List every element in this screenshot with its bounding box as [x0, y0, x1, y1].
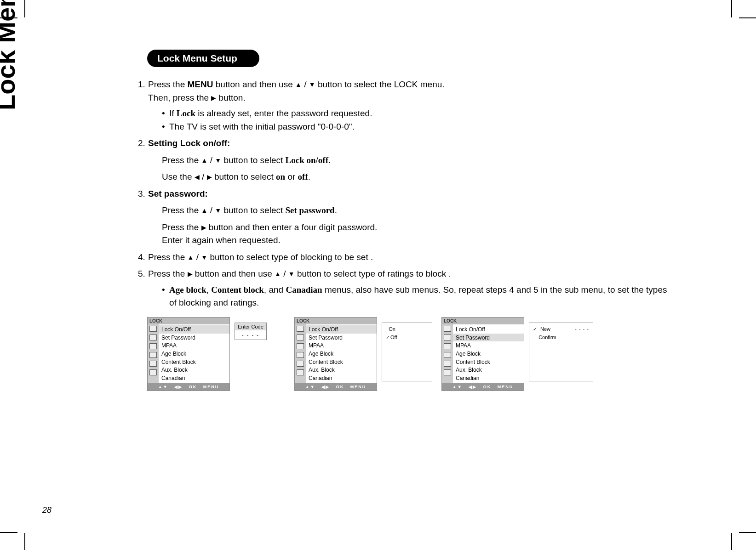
right-triangle-icon: ▶ — [211, 93, 216, 103]
text: / — [302, 79, 309, 89]
lock-icon — [149, 369, 157, 375]
bullet-text: Age block, Content block, and Canadian m… — [169, 284, 671, 310]
antenna-icon — [444, 343, 451, 349]
crop-mark — [731, 533, 732, 550]
osd-item: Aux. Block — [161, 366, 227, 374]
lock-icon — [444, 369, 451, 375]
step-body: Set password: Press the ▲ / ▼ button to … — [148, 187, 671, 247]
left-triangle-icon: ◀ — [195, 172, 200, 182]
checkmark-icon — [386, 335, 390, 340]
osd-menu-box: LOCK Lock On/Off Set Password MPAA Age B… — [147, 317, 230, 391]
enter-code-value: - - - - — [235, 330, 266, 340]
osd-menu-box: LOCK Lock On/Off Set Password MPAA Age B… — [294, 317, 377, 391]
gear-icon — [297, 361, 304, 367]
tv-icon — [297, 326, 304, 332]
line: Use the ◀ / ▶ button to select on or off… — [162, 170, 671, 184]
content-block-bold: Content block — [211, 285, 264, 295]
text: Then, press the — [148, 93, 211, 102]
option-on: On — [386, 325, 428, 333]
step-5: 5. Press the ▶ button and then use ▲ / ▼… — [138, 267, 671, 310]
bullet-dot-icon — [162, 107, 169, 120]
section-title: Lock Menu — [0, 74, 129, 110]
up-triangle-icon: ▲ — [201, 206, 208, 215]
canadian-bold: Canadian — [286, 285, 322, 295]
osd-item: Aux. Block — [309, 366, 374, 374]
step-body: Setting Lock on/off: Press the ▲ / ▼ but… — [148, 137, 671, 184]
step-body: Press the ▶ button and then use ▲ / ▼ bu… — [148, 267, 671, 310]
osd-menu-box: LOCK Lock On/Off Set Password MPAA Age B… — [441, 317, 524, 391]
text: button and then use — [213, 79, 296, 89]
step-number: 5. — [138, 267, 148, 310]
osd-icon-column — [442, 324, 453, 383]
step-title: Set password: — [148, 189, 208, 198]
right-triangle-icon: ▶ — [201, 223, 206, 232]
osd-icon-column — [148, 324, 159, 383]
osd-item: Age Block — [456, 350, 521, 358]
line: Press the ▲ / ▼ button to select Lock on… — [162, 154, 671, 167]
bullet-dot-icon — [162, 284, 169, 310]
step-3: 3. Set password: Press the ▲ / ▼ button … — [138, 187, 671, 247]
footer-menu: MENU — [350, 385, 367, 389]
bullet: Age block, Content block, and Canadian m… — [162, 284, 671, 310]
osd-item: Content Block — [309, 358, 374, 366]
crop-mark — [739, 17, 756, 18]
step-number: 1. — [138, 78, 148, 133]
lock-icon — [297, 369, 304, 375]
speaker-icon — [444, 335, 451, 340]
osd-body: Lock On/Off Set Password MPAA Age Block … — [295, 324, 377, 383]
password-confirm-row: Confirm- - - - — [533, 333, 589, 341]
osd-item: Set Password — [161, 334, 227, 342]
osd-screen-1: LOCK Lock On/Off Set Password MPAA Age B… — [147, 317, 276, 391]
step-4: 4. Press the ▲ / ▼ button to select type… — [138, 251, 671, 264]
dash-value: - - - - — [575, 335, 589, 340]
bullet: If Lock is already set, enter the passwo… — [162, 107, 671, 120]
set-password-bold: Set password — [286, 205, 335, 215]
dash-value: - - - - — [575, 326, 589, 332]
osd-screenshots: LOCK Lock On/Off Set Password MPAA Age B… — [147, 317, 598, 391]
osd-screen-3: LOCK Lock On/Off Set Password MPAA Age B… — [441, 317, 598, 391]
osd-item: Age Block — [309, 350, 374, 358]
up-triangle-icon: ▲ — [201, 156, 208, 165]
step-3-lines: Press the ▲ / ▼ button to select Set pas… — [162, 204, 671, 247]
step-number: 4. — [138, 251, 148, 264]
osd-title: LOCK — [295, 318, 377, 324]
osd-body: Lock On/Off Set Password MPAA Age Block … — [148, 324, 229, 383]
onoff-box: On Off — [382, 323, 432, 381]
osd-item: MPAA — [456, 341, 521, 350]
step-body: Press the ▲ / ▼ button to select type of… — [148, 251, 671, 264]
osd-icon-column — [295, 324, 306, 383]
enter-code-label: Enter Code — [235, 323, 266, 330]
footer-updown-icon: ▲▼ — [158, 385, 168, 389]
age-block-bold: Age block — [169, 285, 206, 295]
osd-item: Content Block — [456, 358, 521, 366]
step-5-bullets: Age block, Content block, and Canadian m… — [162, 284, 671, 310]
password-new-row: New- - - - — [533, 325, 589, 333]
crop-mark — [739, 532, 756, 533]
osd-item: MPAA — [161, 341, 227, 350]
tv-icon — [149, 326, 157, 332]
step-2: 2. Setting Lock on/off: Press the ▲ / ▼ … — [138, 137, 671, 184]
main-content: Lock Menu Setup 1. Press the MENU button… — [138, 50, 671, 313]
step-title: Setting Lock on/off: — [148, 138, 230, 148]
step-2-lines: Press the ▲ / ▼ button to select Lock on… — [162, 154, 671, 184]
text: button. — [216, 93, 245, 102]
off-bold: off — [298, 172, 308, 181]
clock-icon — [297, 352, 304, 358]
lock-bold: Lock — [177, 108, 195, 118]
lock-onoff-bold: Lock on/off — [286, 155, 328, 165]
osd-body: Lock On/Off Set Password MPAA Age Block … — [442, 324, 524, 383]
menu-bold: MENU — [188, 79, 213, 89]
right-triangle-icon: ▶ — [207, 172, 212, 182]
osd-footer: ▲▼ ◀▶ OK MENU — [442, 383, 524, 391]
footer-leftright-icon: ◀▶ — [469, 385, 477, 389]
enter-code-box: Enter Code - - - - — [235, 323, 267, 340]
line: Press the ▶ button and then enter a four… — [162, 221, 671, 247]
crop-mark — [0, 532, 17, 533]
footer-menu: MENU — [203, 385, 219, 389]
osd-item: Canadian — [161, 374, 227, 382]
osd-item: Aux. Block — [456, 366, 521, 374]
footer-ok: OK — [336, 385, 344, 389]
heading-pill: Lock Menu Setup — [147, 50, 259, 67]
checkmark-icon — [533, 326, 538, 332]
osd-item: Lock On/Off — [456, 325, 521, 334]
